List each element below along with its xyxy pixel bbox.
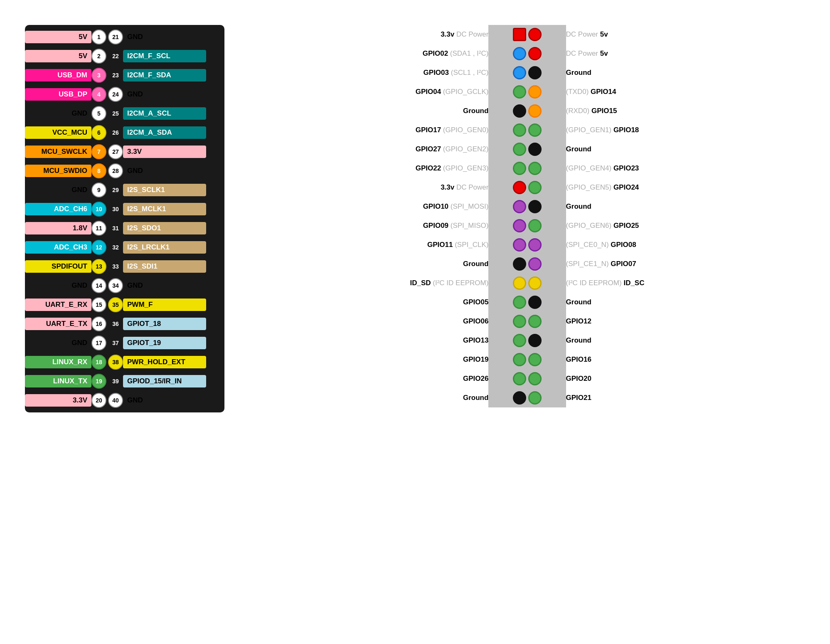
rpi4-right-label: GPIO21 bbox=[566, 388, 805, 407]
vim4-left-label: SPDIFOUT bbox=[25, 260, 91, 273]
rpi4-pin-right bbox=[528, 47, 542, 60]
rpi4-pin-left bbox=[513, 85, 526, 99]
vim4-pin-right: 38 bbox=[108, 355, 123, 370]
vim4-right-label: I2S_SDI1 bbox=[123, 260, 206, 273]
vim4-row: GND1737GPIOT_19 bbox=[25, 333, 224, 353]
vim4-connector: 5V121GND5V222I2CM_F_SCLUSB_DM323I2CM_F_S… bbox=[25, 25, 224, 412]
vim4-pin-left: 4 bbox=[91, 87, 106, 102]
rpi4-pin-left bbox=[513, 162, 526, 175]
rpi4-pin-left bbox=[513, 315, 526, 328]
rpi4-pin-left bbox=[513, 219, 526, 232]
rpi4-pin-left bbox=[513, 104, 526, 118]
rpi4-pin-left bbox=[513, 200, 526, 213]
vim4-pin-left: 2 bbox=[91, 49, 106, 64]
rpi4-row: 3.3v DC PowerDC Power 5v bbox=[249, 25, 805, 44]
vim4-left-label: USB_DP bbox=[25, 88, 91, 101]
rpi4-pin-left bbox=[513, 47, 526, 60]
vim4-right-label: GND bbox=[123, 279, 206, 292]
vim4-right-label: GND bbox=[123, 394, 206, 407]
vim4-pin-right: 31 bbox=[108, 221, 123, 236]
rpi4-pin-right bbox=[528, 257, 542, 271]
vim4-right-label: 3.3V bbox=[123, 146, 206, 158]
rpi4-row: GPIO06GPIO12 bbox=[249, 312, 805, 331]
rpi4-pins-cell bbox=[488, 25, 566, 44]
rpi4-right-label: GPIO16 bbox=[566, 350, 805, 369]
rpi4-row: GroundGPIO21 bbox=[249, 388, 805, 407]
vim4-right-label: I2CM_A_SDA bbox=[123, 126, 206, 139]
vim4-pin-left: 17 bbox=[91, 336, 106, 350]
rpi4-left-label: Ground bbox=[249, 388, 488, 407]
rpi4-right-label: (GPIO_GEN6) GPIO25 bbox=[566, 216, 805, 235]
vim4-pin-right: 39 bbox=[108, 374, 123, 389]
vim4-pin-left: 8 bbox=[91, 163, 106, 178]
vim4-right-label: GND bbox=[123, 165, 206, 177]
rpi4-pin-left bbox=[513, 28, 526, 41]
vim4-pins-pair: 727 bbox=[91, 144, 123, 159]
vim4-row: UART_E_TX1636GPIOT_18 bbox=[25, 314, 224, 333]
rpi4-pin-right bbox=[528, 104, 542, 118]
vim4-pin-left: 6 bbox=[91, 125, 106, 140]
vim4-pins-pair: 121 bbox=[91, 30, 123, 44]
vim4-right-label: GND bbox=[123, 31, 206, 43]
vim4-pin-left: 14 bbox=[91, 278, 106, 293]
vim4-pins-pair: 1838 bbox=[91, 355, 123, 370]
vim4-row: LINUX_TX1939GPIOD_15/IR_IN bbox=[25, 372, 224, 391]
rpi4-pin-left bbox=[513, 143, 526, 156]
rpi4-row: GPIO22 (GPIO_GEN3)(GPIO_GEN4) GPIO23 bbox=[249, 159, 805, 178]
rpi4-row: GPIO10 (SPI_MOSI)Ground bbox=[249, 197, 805, 216]
rpi4-pins-cell bbox=[488, 388, 566, 407]
vim4-row: VCC_MCU626I2CM_A_SDA bbox=[25, 123, 224, 142]
rpi4-row: 3.3v DC Power(GPIO_GEN5) GPIO24 bbox=[249, 178, 805, 197]
rpi4-pin-right bbox=[528, 353, 542, 366]
vim4-pins-pair: 1131 bbox=[91, 221, 123, 236]
rpi4-left-label: GPIO06 bbox=[249, 312, 488, 331]
vim4-left-label: 5V bbox=[25, 31, 91, 43]
vim4-pin-right: 25 bbox=[108, 106, 123, 121]
rpi4-left-label: GPIO19 bbox=[249, 350, 488, 369]
vim4-row: ADC_CH61030I2S_MCLK1 bbox=[25, 200, 224, 219]
vim4-pin-left: 12 bbox=[91, 240, 106, 255]
vim4-row: 3.3V2040GND bbox=[25, 391, 224, 410]
vim4-left-label: VCC_MCU bbox=[25, 126, 91, 139]
vim4-right-label: PWR_HOLD_EXT bbox=[123, 356, 206, 368]
rpi4-right-label: (RXD0) GPIO15 bbox=[566, 101, 805, 121]
rpi4-right-label: (GPIO_GEN4) GPIO23 bbox=[566, 159, 805, 178]
vim4-right-label: I2S_MCLK1 bbox=[123, 203, 206, 215]
vim4-right-label: GPIOT_18 bbox=[123, 318, 206, 330]
rpi4-left-label: GPIO27 (GPIO_GEN2) bbox=[249, 140, 488, 159]
rpi4-pins-cell bbox=[488, 293, 566, 312]
rpi4-pin-right bbox=[528, 123, 542, 137]
vim4-section: 5V121GND5V222I2CM_F_SCLUSB_DM323I2CM_F_S… bbox=[25, 25, 224, 412]
vim4-left-label: GND bbox=[25, 107, 91, 120]
vim4-pins-pair: 1333 bbox=[91, 259, 123, 274]
rpi4-pins-cell bbox=[488, 82, 566, 101]
vim4-pin-right: 27 bbox=[108, 144, 123, 159]
vim4-row: MCU_SWDIO828GND bbox=[25, 161, 224, 180]
vim4-left-label: ADC_CH3 bbox=[25, 241, 91, 254]
rpi4-pins-cell bbox=[488, 140, 566, 159]
rpi4-right-label: GPIO12 bbox=[566, 312, 805, 331]
vim4-pins-pair: 1535 bbox=[91, 297, 123, 312]
vim4-pin-right: 28 bbox=[108, 163, 123, 178]
rpi4-pin-left bbox=[513, 334, 526, 347]
rpi4-pin-left bbox=[513, 238, 526, 252]
rpi4-pins-cell bbox=[488, 159, 566, 178]
vim4-pins-pair: 1939 bbox=[91, 374, 123, 389]
rpi4-row: GPIO02 (SDA1 , I²C)DC Power 5v bbox=[249, 44, 805, 63]
rpi4-pins-cell bbox=[488, 44, 566, 63]
vim4-pin-left: 20 bbox=[91, 393, 106, 408]
rpi4-pins-cell bbox=[488, 331, 566, 350]
vim4-row: LINUX_RX1838PWR_HOLD_EXT bbox=[25, 353, 224, 372]
rpi4-right-label: Ground bbox=[566, 197, 805, 216]
rpi4-right-label: Ground bbox=[566, 331, 805, 350]
vim4-row: USB_DP424GND bbox=[25, 85, 224, 104]
vim4-pin-right: 22 bbox=[108, 49, 123, 64]
rpi4-left-label: GPIO10 (SPI_MOSI) bbox=[249, 197, 488, 216]
vim4-pin-right: 26 bbox=[108, 125, 123, 140]
rpi4-right-label: Ground bbox=[566, 63, 805, 82]
vim4-pins-pair: 1232 bbox=[91, 240, 123, 255]
rpi4-pin-right bbox=[528, 391, 542, 405]
rpi4-left-label: Ground bbox=[249, 254, 488, 274]
rpi4-right-label: (TXD0) GPIO14 bbox=[566, 82, 805, 101]
vim4-right-label: I2S_SCLK1 bbox=[123, 184, 206, 196]
